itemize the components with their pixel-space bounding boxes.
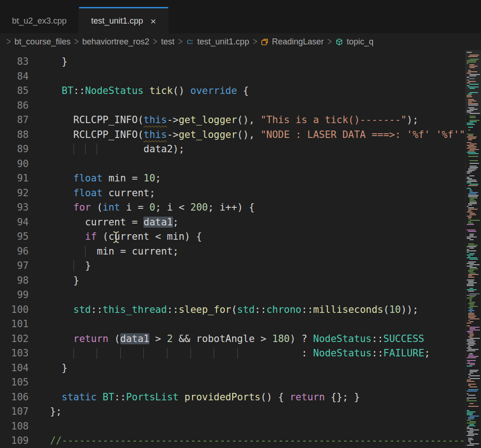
line-number: 96 [0, 244, 29, 259]
line-number: 85 [0, 84, 29, 99]
code-token: -> [167, 129, 179, 140]
code-line[interactable]: 104 } [0, 361, 481, 376]
code-token [50, 304, 74, 315]
svg-text:+: + [191, 41, 193, 45]
code-token [50, 392, 62, 403]
close-icon[interactable]: × [150, 16, 156, 26]
line-number: 107 [0, 404, 29, 419]
code-token: :: [371, 333, 383, 344]
tab-label: bt_u2_ex3.cpp [12, 16, 67, 26]
code-token: std [237, 304, 255, 315]
code-token: ( [383, 304, 389, 315]
breadcrumb-item-behaviortree-ros2[interactable]: behaviortree_ros2 [82, 37, 149, 47]
tab-bt-u2-ex3-cpp[interactable]: bt_u2_ex3.cpp [0, 7, 79, 33]
chevron-right-icon: > [327, 36, 332, 47]
line-number: 97 [0, 259, 29, 274]
breadcrumb-item-bt-course-files[interactable]: bt_course_files [14, 37, 70, 47]
code-token: static [62, 392, 97, 403]
line-number: 90 [0, 157, 29, 172]
code-token: milliseconds [313, 304, 383, 315]
line-number: 91 [0, 171, 29, 186]
code-token: BT [103, 392, 114, 403]
indent-guide [85, 246, 91, 257]
code-token [50, 173, 74, 184]
code-token [149, 348, 167, 359]
code-token: ); [407, 114, 418, 125]
breadcrumb-item-test[interactable]: test [161, 37, 174, 47]
indent-guide [97, 348, 103, 359]
code-line[interactable]: 92 float current; [0, 186, 481, 201]
breadcrumb-item-readinglaser[interactable]: ReadingLaser [261, 37, 324, 47]
code-token [97, 392, 103, 403]
code-line[interactable]: 86 [0, 99, 481, 113]
code-token: { [237, 85, 249, 96]
code-line[interactable]: 84 [0, 69, 481, 84]
code-token: ; i++) { [208, 202, 254, 213]
indent-guide [167, 348, 173, 359]
breadcrumb-item-test-unit1-cpp[interactable]: C++test_unit1.cpp [186, 37, 249, 47]
line-number: 100 [0, 303, 29, 317]
code-token: 10 [389, 304, 401, 315]
code-line[interactable]: 102 return (data1 > 2 && robotAngle > 18… [0, 332, 481, 347]
breadcrumb-label: behaviortree_ros2 [82, 37, 149, 47]
code-line[interactable]: 89 data2); [0, 142, 481, 157]
code-token: FAILURE [383, 348, 425, 359]
code-line[interactable]: 94 current = data1; [0, 215, 481, 230]
cpp-file-icon: C++ [186, 38, 194, 46]
line-number: 84 [0, 69, 29, 84]
code-token [179, 392, 185, 403]
code-line[interactable]: 101 [0, 317, 481, 332]
code-token [50, 260, 74, 271]
line-number: 101 [0, 317, 29, 332]
code-line[interactable]: 91 float min = 10; [0, 171, 481, 186]
code-token: this [143, 129, 167, 140]
code-line[interactable]: 90 [0, 157, 481, 172]
code-line[interactable]: 99 [0, 288, 481, 303]
minimap[interactable] [465, 50, 481, 448]
code-line[interactable]: 109//-----------------------------------… [0, 434, 481, 448]
code-line[interactable]: 107}; [0, 404, 481, 419]
breadcrumb-item-topic-q[interactable]: topic_q [335, 37, 373, 47]
code-line[interactable]: 106 static BT::PortsList providedPorts()… [0, 390, 481, 405]
code-line[interactable]: 100 std::this_thread::sleep_for(std::chr… [0, 303, 481, 317]
code-line[interactable]: 93 for (int i = 0; i < 200; i++) { [0, 200, 481, 215]
code-token: ; [155, 173, 161, 184]
code-token: :: [114, 392, 126, 403]
code-token: providedPorts [185, 392, 260, 403]
code-token: NodeStatus [85, 85, 143, 96]
line-number: 95 [0, 230, 29, 244]
code-line[interactable]: 105 [0, 375, 481, 390]
code-token: RCLCPP_INFO( [50, 114, 143, 125]
code-line[interactable]: 96 min = current; [0, 244, 481, 259]
code-token: BT [62, 85, 73, 96]
code-token [143, 85, 149, 96]
tab-label: test_unit1.cpp [91, 16, 143, 26]
code-line[interactable]: 108 [0, 419, 481, 434]
line-number: 88 [0, 128, 29, 143]
code-token: chrono [266, 304, 302, 315]
tab-test-unit1-cpp[interactable]: test_unit1.cpp× [79, 7, 168, 33]
code-token: ; [424, 348, 430, 359]
code-line[interactable]: 95 if (current < min) { [0, 230, 481, 244]
code-token: && robotAngle > [173, 333, 272, 344]
code-line[interactable]: 88 RCLCPP_INFO(this->get_logger(), "NODE… [0, 128, 481, 143]
code-token: min = [103, 173, 144, 184]
code-line[interactable]: 98 } [0, 274, 481, 288]
chevron-right-icon: > [178, 36, 182, 47]
class-icon [261, 38, 269, 46]
code-token [196, 348, 214, 359]
code-line[interactable]: 97 } [0, 259, 481, 274]
code-line[interactable]: 83 } [0, 55, 481, 69]
code-token: 10 [143, 173, 155, 184]
word-highlight: data1 [120, 333, 149, 344]
chevron-right-icon: > [153, 36, 157, 47]
code-line[interactable]: 87 RCLCPP_INFO(this->get_logger(), "This… [0, 113, 481, 128]
code-token: data2); [103, 143, 185, 155]
code-lines: 83 }8485 BT::NodeStatus tick() override … [0, 50, 481, 448]
code-token [50, 187, 74, 199]
code-token [50, 143, 74, 155]
code-line[interactable]: 85 BT::NodeStatus tick() override { [0, 84, 481, 99]
code-line[interactable]: 103 : NodeStatus::FAILURE; [0, 346, 481, 361]
indent-guide [74, 143, 80, 155]
code-token: for [74, 202, 91, 213]
